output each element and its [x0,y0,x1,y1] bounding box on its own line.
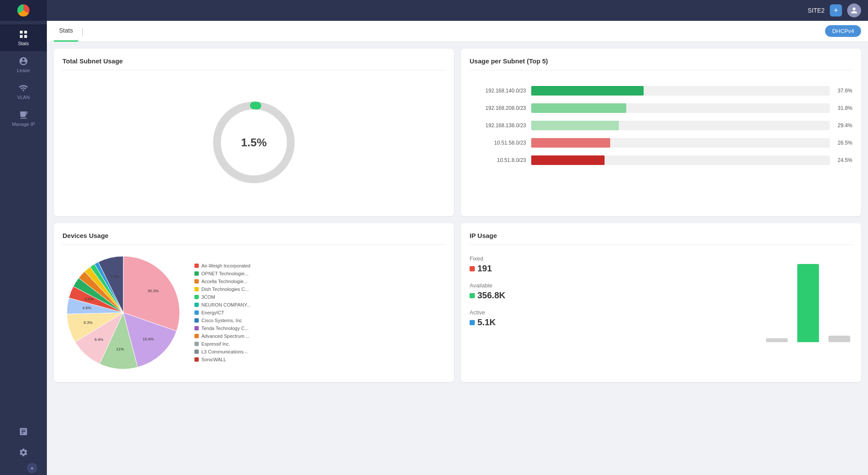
subnet-pct: 24.5% [835,157,852,163]
tab-stats-label: Stats [59,27,73,34]
subnet-label: 192.168.140.0/23 [470,88,526,94]
svg-text:7.3%: 7.3% [111,274,120,279]
tab-stats[interactable]: Stats [54,21,78,42]
ip-bar [766,338,788,343]
subnet-row: 10.51.8.0/23 24.5% [470,155,852,165]
legend-item: 3COM [194,294,250,300]
collapse-button[interactable]: « [27,463,37,473]
subnet-row: 192.168.208.0/23 31.8% [470,103,852,113]
subnet-bar-wrapper [531,155,830,165]
ip-stat-available-value: 356.8K [470,290,506,300]
avatar[interactable] [847,3,861,17]
add-button[interactable]: + [830,4,842,16]
subnet-pct: 31.8% [835,105,852,111]
sidebar-item-vlan[interactable]: VLAN [0,78,47,105]
main-area: SITE2 + Stats | DHCPv4 Total Subnet Usag… [47,0,868,475]
donut-center-text: 1.5% [241,136,266,149]
subnet-bar-wrapper [531,121,830,130]
topbar: SITE2 + [47,0,868,21]
vlan-icon [19,83,28,93]
pie-svg: 30.3%15.6%11%9.4%8.3%4.6%3.5%7.3% [62,252,184,373]
dhcp-button[interactable]: DHCPv4 [825,25,861,37]
sidebar-item-manage-ip[interactable]: Manage IP [0,105,47,132]
content-area: Total Subnet Usage 1.5% Usage pe [47,42,868,475]
ip-stat-available-label: Available [470,282,506,289]
subnet-bar-fill [531,155,605,165]
sidebar-item-lease-label: Lease [17,68,30,73]
svg-text:15.6%: 15.6% [143,337,154,341]
subnet-label: 10.51.58.0/23 [470,140,526,146]
svg-text:4.6%: 4.6% [82,306,92,310]
active-dot [470,320,475,325]
legend-label: Tenda Technology C... [201,326,249,331]
tab-bar: Stats | DHCPv4 [47,21,868,42]
svg-rect-2 [20,35,23,38]
svg-rect-3 [24,35,27,38]
chart-icon[interactable] [15,423,32,440]
donut-chart: 1.5% [206,95,302,190]
subnet-label: 192.168.138.0/23 [470,122,526,129]
pie-legend: Air-Weigh IncorporatedOPNET Technologie.… [194,263,250,362]
ip-stat-fixed-value: 191 [470,264,506,274]
donut-chart-container: 1.5% [62,77,445,208]
sidebar-item-lease[interactable]: Lease [0,51,47,78]
subnet-bar-fill [531,86,644,96]
subnet-pct: 37.6% [835,88,852,94]
ip-bar-col [826,255,852,342]
manage-ip-icon [19,110,28,120]
legend-item: Tenda Technology C... [194,326,250,331]
sidebar-item-stats[interactable]: Stats [0,24,47,51]
legend-dot [194,318,199,323]
ip-stat-fixed: Fixed 191 [470,255,506,274]
subnet-bars: 192.168.140.0/23 37.6% 192.168.208.0/23 … [470,77,852,174]
devices-usage-card: Devices Usage 30.3%15.6%11%9.4%8.3%4.6%3… [54,223,454,382]
subnet-label: 192.168.208.0/23 [470,105,526,111]
legend-label: Accella Technologie... [201,279,247,284]
svg-text:9.4%: 9.4% [94,337,103,342]
legend-label: SonicWALL [201,357,226,362]
legend-dot [194,326,199,330]
legend-label: NEURON COMPANY... [201,302,250,307]
site-name: SITE2 [808,7,825,14]
sidebar-nav: Stats Lease VLAN Manage IP [0,21,47,132]
legend-dot [194,303,199,307]
legend-label: Air-Weigh Incorporated [201,263,250,268]
legend-dot [194,334,199,338]
legend-dot [194,264,199,268]
sidebar-item-manage-ip-label: Manage IP [12,122,35,127]
legend-item: Espressif Inc. [194,341,250,346]
legend-label: Espressif Inc. [201,341,230,346]
pie-chart: 30.3%15.6%11%9.4%8.3%4.6%3.5%7.3% [62,252,184,373]
subnet-bar-wrapper [531,86,830,96]
ip-usage-card: IP Usage Fixed 191 Available [461,223,861,382]
legend-item: Advanced Spectrum ... [194,333,250,339]
subnet-row: 192.168.140.0/23 37.6% [470,86,852,96]
ip-bar [797,264,819,343]
legend-dot [194,357,199,362]
legend-label: EnergyICT [201,310,224,315]
subnet-row: 192.168.138.0/23 29.4% [470,121,852,130]
legend-label: 3COM [201,294,215,300]
ip-usage-content: Fixed 191 Available 356.8K [470,252,852,342]
legend-item: EnergyICT [194,310,250,315]
svg-rect-1 [24,31,27,33]
settings-icon[interactable] [15,444,32,461]
devices-usage-content: 30.3%15.6%11%9.4%8.3%4.6%3.5%7.3% Air-We… [62,252,445,373]
legend-label: Cisco Systems, Inc [201,318,242,323]
tab-divider: | [82,27,84,35]
ip-bar-chart [764,255,852,342]
logo-icon [17,4,30,16]
ip-stat-active-label: Active [470,309,506,316]
tab-actions: DHCPv4 [825,25,861,37]
available-dot [470,293,475,298]
total-subnet-title: Total Subnet Usage [62,57,445,70]
subnet-row: 10.51.58.0/23 26.5% [470,138,852,148]
legend-item: Air-Weigh Incorporated [194,263,250,268]
legend-item: Dish Technologies C... [194,287,250,292]
legend-label: OPNET Technologie... [201,271,248,276]
subnet-pct: 29.4% [835,122,852,129]
subnet-bar-wrapper [531,138,830,148]
ip-stat-available: Available 356.8K [470,282,506,300]
legend-dot [194,271,199,276]
svg-text:3.5%: 3.5% [85,297,94,301]
